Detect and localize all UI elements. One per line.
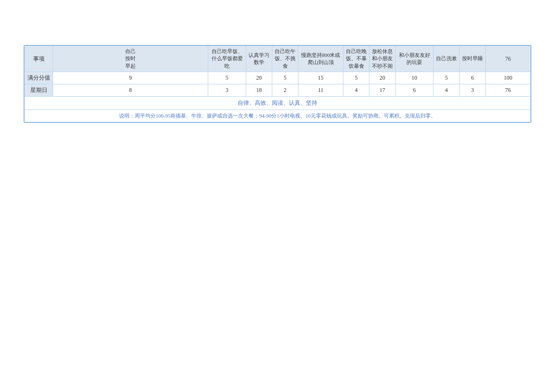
header-ziji-group: 自己按时早起: [53, 46, 208, 72]
header-shixiang: 事项: [25, 46, 53, 72]
header-score: 76: [486, 46, 531, 72]
cell-xingqiri-label: 星期日: [25, 84, 53, 96]
cell-xingqiri-xishu: 4: [434, 84, 460, 96]
cell-manfen-label: 满分分值: [25, 72, 53, 84]
cell-xingqiri-zaofan: 3: [208, 84, 246, 96]
cell-manfen-zaoshui: 6: [460, 72, 486, 84]
row-xingqiri: 星期日 8 3 18 2 11 4 17 6 4 3 76: [25, 84, 531, 96]
header-ziji-label: 自己按时早起: [125, 48, 136, 69]
cell-xingqiri-wanfan: 4: [343, 84, 370, 96]
header-paobu: 慢跑坚持800米或爬山到山顶: [298, 46, 343, 72]
cell-manfen-xishu: 5: [434, 72, 460, 84]
cell-xingqiri-youhao: 6: [396, 84, 434, 96]
cell-xingqiri-shuxue: 18: [246, 84, 272, 96]
footer-row: 自律、高效、阅读、认真、坚持: [25, 96, 531, 109]
cell-manfen-ziji: 9: [53, 72, 208, 84]
cell-manfen-youhao: 10: [396, 72, 434, 84]
footer-text: 自律、高效、阅读、认真、坚持: [25, 96, 531, 109]
cell-xingqiri-total: 76: [486, 84, 531, 96]
cell-manfen-paobu: 15: [298, 72, 343, 84]
header-shuxue: 认真学习数学: [246, 46, 272, 72]
row-manfen: 满分分值 9 5 20 5 15 5 20 10 5 6 100: [25, 72, 531, 84]
cell-xingqiri-ziji: 8: [53, 84, 208, 96]
header-youhao: 和小朋友友好的玩耍: [396, 46, 434, 72]
note-text: 说明：周平均分100-95肯德基、牛排、披萨或自选一次大餐；94-90分1小时电…: [25, 109, 531, 122]
cell-manfen-total: 100: [486, 72, 531, 84]
cell-manfen-wanfan: 5: [343, 72, 370, 84]
header-fangsong: 放松休息和小朋友不吵不闹: [370, 46, 396, 72]
header-zaofan: 自己吃早饭、什么早饭都爱吃: [208, 46, 246, 72]
cell-xingqiri-wufan: 2: [272, 84, 298, 96]
main-table: 事项 自己按时早起 自己吃早饭、什么早饭都爱吃 认真学习数学 自己吃午饭、不挑食…: [24, 46, 531, 122]
note-row: 说明：周平均分100-95肯德基、牛排、披萨或自选一次大餐；94-90分1小时电…: [25, 109, 531, 122]
header-wufan: 自己吃午饭、不挑食: [272, 46, 298, 72]
cell-xingqiri-fangsong: 17: [370, 84, 396, 96]
header-zaoshui: 按时早睡: [460, 46, 486, 72]
header-wanfan: 自己吃晚饭、不暴饮暴食: [343, 46, 370, 72]
cell-xingqiri-zaoshui: 3: [460, 84, 486, 96]
header-xishu: 自己洗漱: [434, 46, 460, 72]
cell-manfen-wufan: 5: [272, 72, 298, 84]
cell-manfen-shuxue: 20: [246, 72, 272, 84]
cell-manfen-fangsong: 20: [370, 72, 396, 84]
table-wrapper: 事项 自己按时早起 自己吃早饭、什么早饭都爱吃 认真学习数学 自己吃午饭、不挑食…: [24, 45, 531, 123]
cell-xingqiri-paobu: 11: [298, 84, 343, 96]
cell-manfen-zaofan: 5: [208, 72, 246, 84]
page-container: 事项 自己按时早起 自己吃早饭、什么早饭都爱吃 认真学习数学 自己吃午饭、不挑食…: [0, 0, 555, 392]
